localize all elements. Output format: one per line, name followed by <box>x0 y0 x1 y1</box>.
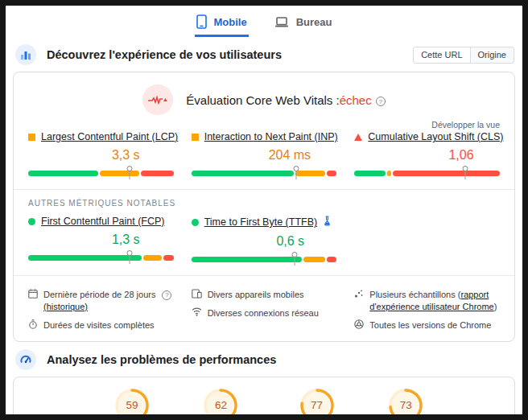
gauge: 59 <box>114 388 150 420</box>
pulse-icon <box>142 84 173 115</box>
tab-mobile-label: Mobile <box>214 16 247 28</box>
score-value: 73 <box>388 388 423 420</box>
inp-link[interactable]: Interaction to Next Paint (INP) <box>204 131 338 142</box>
help-icon[interactable]: ? <box>162 290 171 300</box>
other-metrics-row: First Contentful Paint (FCP) 1,3 s Time … <box>14 214 514 275</box>
device-tabs: Mobile Bureau <box>6 6 522 37</box>
cwv-assessment: Évaluation Core Web Vitals :échec? <box>14 72 514 115</box>
score-value: 62 <box>203 388 238 420</box>
chrome-icon <box>354 319 364 329</box>
field-data-header: Découvrez l'expérience de vos utilisateu… <box>6 37 522 71</box>
other-metrics-heading: AUTRES MÉTRIQUES NOTABLES <box>14 189 514 214</box>
marker-pin <box>127 250 133 256</box>
note-samples-text: Plusieurs échantillons ( <box>369 290 460 299</box>
fcp-distribution-bar <box>28 255 174 261</box>
green-dot-icon <box>28 218 35 225</box>
fcp-value: 1,3 s <box>28 233 174 248</box>
samples-icon <box>354 289 364 299</box>
notes-col-2: Divers appareils mobiles Diverses connex… <box>192 282 337 331</box>
score-seo[interactable]: 73 SEO <box>388 388 423 420</box>
note-visits: Durées de visites complètes <box>28 319 174 331</box>
core-metrics-row: Largest Contentful Paint (LCP) 3,3 s Int… <box>14 130 514 189</box>
core-web-vitals-card: Évaluation Core Web Vitals :échec? Dével… <box>13 72 515 342</box>
note-versions: Toutes les versions de Chrome <box>354 319 500 331</box>
empty-metric-slot <box>354 216 500 262</box>
this-url-button[interactable]: Cette URL <box>413 47 470 64</box>
note-devices-text: Divers appareils mobiles <box>208 289 304 301</box>
cwv-status: échec <box>340 93 372 107</box>
score-performances[interactable]: 59 Performances <box>105 388 159 420</box>
marker-pin <box>291 252 297 257</box>
help-icon[interactable]: ? <box>376 97 386 106</box>
note-samples-suffix: ) <box>494 302 497 311</box>
experimental-flask-icon <box>323 216 332 229</box>
ttfb-value: 0,6 s <box>192 234 337 249</box>
note-network: Diverses connexions réseau <box>192 307 337 319</box>
fcp-link[interactable]: First Contentful Paint (FCP) <box>41 216 165 227</box>
metric-ttfb: Time to First Byte (TTFB) 0,6 s <box>192 216 337 262</box>
note-visits-text: Durées de visites complètes <box>43 319 155 331</box>
orange-square-icon <box>192 134 199 141</box>
scope-toggle: Cette URL Origine <box>413 47 514 64</box>
diagnose-header: Analysez les problèmes de performances <box>6 342 522 376</box>
phone-icon <box>196 14 207 29</box>
data-collection-notes: Dernière période de 28 jours ? (historiq… <box>14 275 514 341</box>
laptop-icon <box>274 16 289 28</box>
marker-pin <box>462 166 468 171</box>
cls-value: 1,06 <box>354 148 500 163</box>
score-value: 59 <box>114 388 150 420</box>
lcp-link[interactable]: Largest Contentful Paint (LCP) <box>41 131 178 142</box>
notes-col-1: Dernière période de 28 jours ? (historiq… <box>28 282 174 331</box>
metric-fcp: First Contentful Paint (FCP) 1,3 s <box>28 216 174 262</box>
metric-lcp: Largest Contentful Paint (LCP) 3,3 s <box>28 131 174 176</box>
gauge: 77 <box>299 388 335 420</box>
green-dot-icon <box>192 219 199 226</box>
inp-value: 204 ms <box>192 148 337 163</box>
expand-view-link[interactable]: Développer la vue <box>14 115 514 130</box>
note-period-text: Dernière période de 28 jours <box>43 290 155 299</box>
gauge: 73 <box>388 388 423 420</box>
inp-distribution-bar <box>192 171 337 176</box>
score-value: 77 <box>299 388 335 420</box>
metric-inp: Interaction to Next Paint (INP) 204 ms <box>192 131 337 176</box>
scores-card: 59 Performances 62 Accessibilité 77 Bonn… <box>13 377 515 420</box>
wifi-icon <box>192 307 202 316</box>
tab-bureau[interactable]: Bureau <box>273 13 334 37</box>
cwv-title-prefix: Évaluation Core Web Vitals : <box>186 93 339 107</box>
lcp-distribution-bar <box>28 171 174 176</box>
tab-bureau-label: Bureau <box>296 16 332 28</box>
note-versions-text: Toutes les versions de Chrome <box>369 319 491 331</box>
note-network-text: Diverses connexions réseau <box>208 307 319 319</box>
cls-link[interactable]: Cumulative Layout Shift (CLS) <box>368 131 503 142</box>
ttfb-link[interactable]: Time to First Byte (TTFB) <box>204 216 318 228</box>
tab-mobile[interactable]: Mobile <box>195 13 249 37</box>
stopwatch-icon <box>28 319 38 329</box>
cwv-assessment-text: Évaluation Core Web Vitals :échec? <box>186 93 385 107</box>
category-scores: 59 Performances 62 Accessibilité 77 Bonn… <box>14 377 514 420</box>
note-period: Dernière période de 28 jours ? (historiq… <box>28 289 174 313</box>
metric-cls: Cumulative Layout Shift (CLS) 1,06 <box>354 131 500 176</box>
orange-square-icon <box>28 134 35 141</box>
marker-pin <box>127 166 133 171</box>
calendar-icon <box>28 289 38 299</box>
notes-col-3: Plusieurs échantillons (rapport d'expéri… <box>354 282 500 331</box>
red-triangle-icon <box>354 134 362 141</box>
note-samples: Plusieurs échantillons (rapport d'expéri… <box>354 289 500 313</box>
history-link[interactable]: (historique) <box>43 302 88 311</box>
ttfb-distribution-bar <box>192 257 337 262</box>
score-accessibilite[interactable]: 62 Accessibilité <box>196 388 245 420</box>
field-data-title: Découvrez l'expérience de vos utilisateu… <box>47 48 282 61</box>
cls-distribution-bar <box>354 171 500 176</box>
devices-icon <box>192 289 202 299</box>
marker-pin <box>293 166 299 171</box>
speedometer-icon <box>15 349 36 370</box>
origin-button[interactable]: Origine <box>470 47 514 64</box>
score-bonnes-pratiques[interactable]: 77 Bonnes pratiques <box>283 388 352 420</box>
lcp-value: 3,3 s <box>28 148 174 163</box>
diagnose-title: Analysez les problèmes de performances <box>47 353 276 366</box>
gauge: 62 <box>203 388 238 420</box>
bar-chart-icon <box>15 44 36 65</box>
note-devices: Divers appareils mobiles <box>192 289 337 301</box>
